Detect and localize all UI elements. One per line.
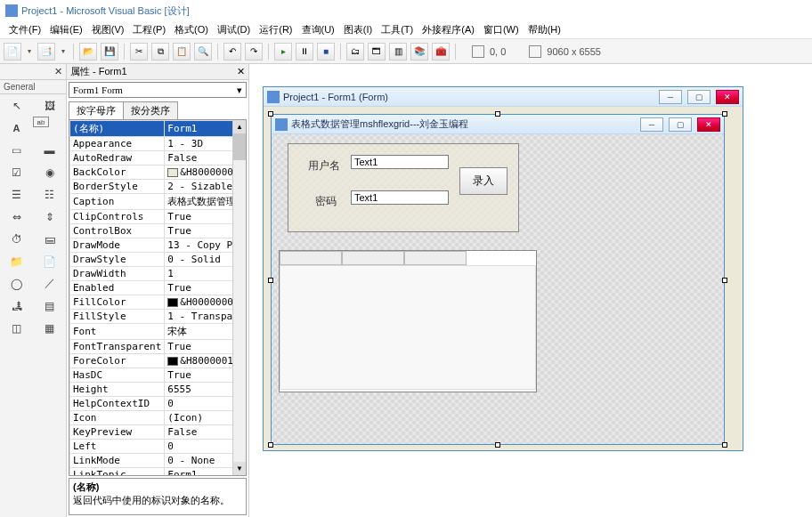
tool-checkbox[interactable]: ☑	[0, 161, 33, 183]
tool-timer[interactable]: ⏱	[0, 228, 33, 250]
tool-optionbutton[interactable]: ◉	[33, 161, 66, 183]
designed-form[interactable]: 表格式数据管理mshflexgrid---刘金玉编程 ─ ▢ ✕ 用户名 Tex…	[271, 114, 725, 445]
menu-project[interactable]: 工程(P)	[129, 23, 169, 36]
project-explorer-button[interactable]: 🗂	[346, 43, 364, 61]
menu-run[interactable]: 运行(R)	[256, 23, 296, 36]
mdi-titlebar[interactable]: Project1 - Form1 (Form) ─ ▢ ✕	[264, 87, 743, 107]
tool-dirlist[interactable]: 📁	[0, 250, 33, 272]
property-row[interactable]: FillStyle1 - Transparent	[70, 310, 248, 324]
close-button[interactable]: ✕	[716, 90, 739, 104]
menu-file[interactable]: 文件(F)	[5, 23, 45, 36]
property-row[interactable]: BackColor&H8000000F&	[70, 166, 248, 180]
tool-frame[interactable]: ▭	[0, 139, 33, 161]
properties-close-icon[interactable]: ✕	[237, 66, 245, 77]
form-layout-button[interactable]: ▥	[389, 43, 407, 61]
property-row[interactable]: Appearance1 - 3D	[70, 137, 248, 151]
property-row[interactable]: Left0	[70, 440, 248, 454]
button-login[interactable]: 录入	[459, 167, 508, 195]
property-row[interactable]: FontTransparentTrue	[70, 340, 248, 354]
tool-filelist[interactable]: 📄	[33, 250, 66, 272]
tab-alphabetic[interactable]: 按字母序	[69, 101, 124, 119]
tool-line[interactable]: ／	[33, 272, 66, 295]
property-row[interactable]: Height6555	[70, 383, 248, 397]
redo-button[interactable]: ↷	[245, 43, 263, 61]
property-row[interactable]: BorderStyle2 - Sizable	[70, 180, 248, 194]
minimize-button[interactable]: ─	[640, 117, 663, 132]
scroll-down-icon[interactable]: ▼	[233, 462, 246, 475]
tool-data[interactable]: ▤	[33, 295, 66, 317]
menu-query[interactable]: 查询(U)	[298, 23, 338, 36]
property-row[interactable]: ForeColor&H80000012&	[70, 354, 248, 368]
tool-drivelist[interactable]: 🖴	[33, 228, 66, 250]
tool-shape[interactable]: ◯	[0, 272, 33, 295]
selection-handle[interactable]	[495, 111, 500, 117]
properties-button[interactable]: 🗔	[368, 43, 386, 61]
properties-scrollbar[interactable]: ▲ ▼	[232, 120, 246, 475]
selection-handle[interactable]	[268, 442, 273, 448]
add-form-button[interactable]: 📑	[37, 43, 55, 61]
property-row[interactable]: Caption表格式数据管理m	[70, 194, 248, 210]
add-project-dropdown[interactable]: ▾	[25, 43, 34, 61]
tool-mshflexgrid[interactable]: ▦	[33, 317, 66, 339]
label-username[interactable]: 用户名	[308, 158, 340, 174]
add-form-dropdown[interactable]: ▾	[59, 43, 68, 61]
tool-commandbutton[interactable]: ▬	[33, 139, 66, 161]
menu-debug[interactable]: 调试(D)	[214, 23, 254, 36]
selection-handle[interactable]	[722, 442, 727, 448]
maximize-button[interactable]: ▢	[687, 90, 710, 104]
selection-handle[interactable]	[268, 278, 273, 283]
undo-button[interactable]: ↶	[223, 43, 241, 61]
tool-combobox[interactable]: ☰	[0, 183, 33, 206]
minimize-button[interactable]: ─	[659, 90, 682, 104]
menu-window[interactable]: 窗口(W)	[480, 23, 523, 36]
property-row[interactable]: Icon(Icon)	[70, 411, 248, 425]
property-row[interactable]: DrawStyle0 - Solid	[70, 253, 248, 267]
toolbox-button[interactable]: 🧰	[432, 43, 450, 61]
cut-button[interactable]: ✂	[130, 43, 148, 61]
menu-tools[interactable]: 工具(T)	[378, 23, 417, 36]
maximize-button[interactable]: ▢	[669, 117, 692, 132]
add-project-button[interactable]: 📄	[4, 43, 21, 61]
tool-textbox[interactable]: ab	[33, 117, 49, 127]
save-button[interactable]: 💾	[101, 43, 118, 61]
paste-button[interactable]: 📋	[173, 43, 191, 61]
property-row[interactable]: FillColor&H00000000&	[70, 295, 248, 310]
open-button[interactable]: 📂	[79, 43, 97, 61]
toolbox-close-icon[interactable]: ✕	[54, 66, 62, 77]
find-button[interactable]: 🔍	[194, 43, 212, 61]
property-row[interactable]: (名称)Form1	[70, 121, 248, 137]
selection-handle[interactable]	[722, 111, 727, 117]
property-row[interactable]: KeyPreviewFalse	[70, 425, 248, 440]
tool-picturebox[interactable]: 🖼	[33, 94, 66, 117]
property-row[interactable]: LinkTopicForm1	[70, 468, 248, 477]
scroll-up-icon[interactable]: ▲	[233, 120, 246, 133]
property-row[interactable]: LinkMode0 - None	[70, 454, 248, 468]
tool-listbox[interactable]: ☷	[33, 183, 66, 206]
textbox-password[interactable]: Text1	[351, 190, 449, 205]
selection-handle[interactable]	[495, 442, 500, 448]
property-row[interactable]: ControlBoxTrue	[70, 224, 248, 238]
close-button[interactable]: ✕	[697, 117, 720, 132]
menu-edit[interactable]: 编辑(E)	[46, 23, 86, 36]
mdi-child-window[interactable]: Project1 - Form1 (Form) ─ ▢ ✕ 表格式数据管理msh…	[263, 86, 743, 451]
property-row[interactable]: HelpContextID0	[70, 397, 248, 411]
label-password[interactable]: 密码	[315, 194, 337, 209]
textbox-username[interactable]: Text1	[351, 155, 449, 169]
selection-handle[interactable]	[268, 111, 273, 117]
property-row[interactable]: ClipControlsTrue	[70, 210, 248, 224]
frame-login[interactable]: 用户名 Text1 密码 Text1 录入	[288, 143, 519, 232]
properties-grid[interactable]: (名称)Form1Appearance1 - 3DAutoRedrawFalse…	[69, 119, 247, 476]
property-row[interactable]: EnabledTrue	[70, 281, 248, 295]
object-browser-button[interactable]: 📚	[410, 43, 428, 61]
run-button[interactable]: ▸	[274, 43, 292, 61]
menu-help[interactable]: 帮助(H)	[524, 23, 564, 36]
stop-button[interactable]: ■	[317, 43, 335, 61]
property-row[interactable]: DrawMode13 - Copy Pen	[70, 238, 248, 253]
menu-diagram[interactable]: 图表(I)	[340, 23, 376, 36]
tool-pointer[interactable]: ↖	[0, 94, 33, 117]
toolbox-tab-general[interactable]: General	[0, 80, 66, 94]
tool-label[interactable]: A	[0, 117, 33, 139]
tool-hscroll[interactable]: ⇔	[0, 206, 33, 228]
property-row[interactable]: DrawWidth1	[70, 267, 248, 281]
tool-image[interactable]: 🏞	[0, 295, 33, 317]
